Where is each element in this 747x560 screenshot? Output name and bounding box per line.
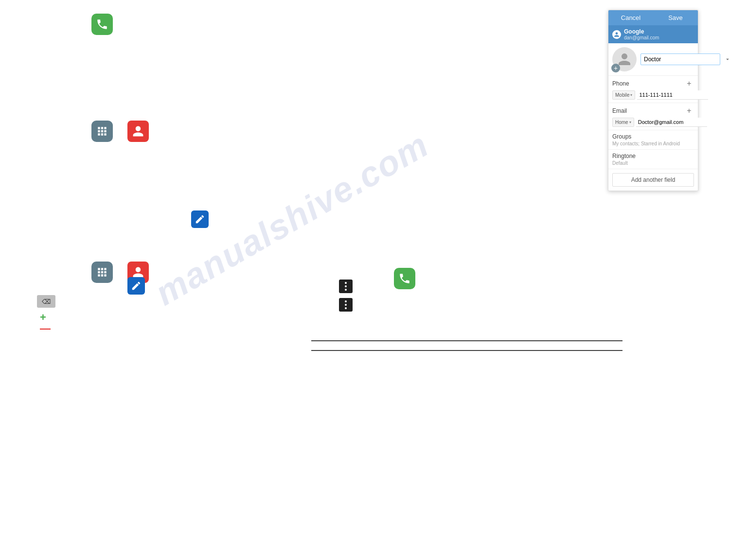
email-section-label: Email [612,107,627,114]
contacts-icon-mid[interactable] [127,121,149,142]
add-email-button[interactable]: + [684,106,694,116]
minus-key[interactable]: — [40,323,51,334]
add-phone-button[interactable]: + [684,79,694,88]
watermark: manualshive.com [146,97,438,340]
grid-svg-bot [96,266,108,279]
phone-svg-bot [398,272,411,285]
account-row: Google dan@gmail.com [608,25,698,43]
email-type-arrow: ▾ [629,120,631,124]
three-dots-icon-1 [345,282,347,291]
edit-svg-mid [195,214,205,225]
account-email: dan@gmail.com [624,35,659,40]
avatar-name-row: + [608,43,698,76]
groups-label: Groups [612,133,694,140]
cancel-button[interactable]: Cancel [608,10,653,25]
email-section: Email + Home ▾ [608,103,698,130]
backspace-key[interactable]: ⌫ [37,295,55,308]
panel-header: Cancel Save [608,10,698,25]
email-field-row: Home ▾ [612,118,694,127]
email-type-label: Home [615,120,628,125]
phone-field-row: Mobile ▾ [612,90,694,100]
phone-section: Phone + Mobile ▾ [608,76,698,103]
avatar-add-button[interactable]: + [611,64,620,72]
add-another-field-button[interactable]: Add another field [612,173,694,187]
email-value-input[interactable] [636,118,707,127]
edit-icon-mid[interactable] [191,210,209,228]
groups-value: My contacts; Starred in Android [612,141,694,146]
chevron-down-icon [724,56,731,63]
phone-dialer-icon-top[interactable] [91,14,113,35]
menu-dots-1[interactable] [339,280,353,293]
phone-svg-top [96,18,108,31]
plus-icon: + [40,311,46,323]
phone-section-header: Phone + [612,79,694,88]
minus-icon: — [40,322,51,334]
backspace-icon: ⌫ [42,298,51,305]
ringtone-value: Default [612,160,694,166]
expand-name-button[interactable] [722,54,733,65]
divider-line-1 [311,340,622,341]
phone-section-label: Phone [612,80,629,87]
phone-value-input[interactable] [637,90,708,100]
email-type-button[interactable]: Home ▾ [612,118,634,127]
contact-name-input[interactable] [640,53,720,65]
menu-dot-bar-2[interactable] [339,298,353,312]
email-section-header: Email + [612,106,694,116]
menu-dot-bar-1[interactable] [339,280,353,293]
account-icon [612,30,621,39]
save-button[interactable]: Save [653,10,698,25]
account-name: Google [624,28,659,35]
name-input-row [640,53,733,65]
menu-dots-2[interactable] [339,298,353,312]
app-grid-icon-mid[interactable] [91,121,113,142]
phone-type-label: Mobile [615,92,629,98]
app-grid-icon-bot[interactable] [91,262,113,283]
person-icon [614,32,620,37]
edit-svg-bot [131,280,142,291]
phone-type-button[interactable]: Mobile ▾ [612,90,635,100]
contact-svg-mid [132,125,144,138]
phone-type-arrow: ▾ [630,93,632,97]
account-info: Google dan@gmail.com [624,28,659,40]
grid-svg-mid [96,125,108,138]
edit-icon-bot[interactable] [127,277,145,295]
ringtone-section: Ringtone Default [608,150,698,169]
groups-section: Groups My contacts; Starred in Android [608,130,698,150]
three-dots-icon-2 [345,300,347,309]
contact-edit-panel: Cancel Save Google dan@gmail.com + [608,10,698,191]
ringtone-label: Ringtone [612,153,694,159]
phone-dialer-icon-bot[interactable] [394,268,415,289]
avatar-wrapper: + [612,47,637,71]
divider-line-2 [311,350,622,351]
